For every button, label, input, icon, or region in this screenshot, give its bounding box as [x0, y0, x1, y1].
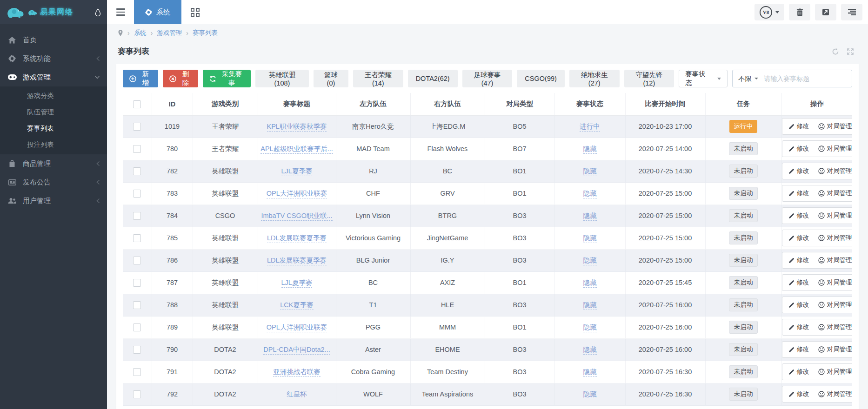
- filter-chip[interactable]: CSGO(99): [517, 70, 565, 87]
- sidebar-item-announcements[interactable]: 发布公告: [0, 173, 107, 191]
- match-title-link[interactable]: KPL职业联赛秋季赛: [267, 123, 327, 132]
- row-checkbox[interactable]: [133, 167, 141, 175]
- edit-button[interactable]: 修改: [788, 301, 809, 309]
- expand-panel-icon[interactable]: [847, 48, 854, 55]
- filter-chip[interactable]: DOTA2(62): [408, 70, 458, 87]
- edit-button[interactable]: 修改: [788, 211, 809, 220]
- search-scope-dropdown[interactable]: 不限: [733, 74, 764, 83]
- match-title-link[interactable]: LCK夏季赛: [280, 301, 314, 310]
- match-title-link[interactable]: 红星杯: [287, 390, 307, 399]
- match-manage-button[interactable]: 对局管理: [818, 390, 852, 398]
- match-manage-button[interactable]: 对局管理: [818, 256, 852, 264]
- edit-button[interactable]: 修改: [788, 345, 809, 354]
- row-checkbox[interactable]: [133, 323, 141, 331]
- match-title-link[interactable]: APL超级职业联赛季后...: [260, 145, 333, 154]
- match-manage-button[interactable]: 对局管理: [818, 167, 852, 175]
- match-title-link[interactable]: LJL夏季赛: [281, 167, 313, 176]
- edit-button[interactable]: 修改: [788, 368, 809, 376]
- edit-button[interactable]: 修改: [788, 390, 809, 398]
- filter-chip[interactable]: 王者荣耀(14): [353, 70, 403, 87]
- match-status-dropdown[interactable]: 赛事状态: [679, 70, 728, 87]
- edit-button[interactable]: 修改: [788, 145, 809, 153]
- row-checkbox[interactable]: [133, 368, 141, 376]
- user-menu-button[interactable]: V8: [754, 4, 784, 20]
- filter-chip[interactable]: 篮球(0): [314, 70, 348, 87]
- match-status-link[interactable]: 隐藏: [583, 212, 597, 221]
- sidebar-item-bet-list[interactable]: 投注列表: [0, 137, 107, 153]
- sidebar-item-match-list[interactable]: 赛事列表: [0, 120, 107, 137]
- match-manage-button[interactable]: 对局管理: [818, 278, 852, 287]
- match-status-link[interactable]: 隐藏: [583, 346, 597, 355]
- delete-button[interactable]: 删除: [163, 70, 198, 87]
- breadcrumb-link-match-list[interactable]: 赛事列表: [193, 29, 218, 37]
- row-checkbox[interactable]: [133, 212, 141, 220]
- match-title-link[interactable]: OPL大洋洲职业联赛: [267, 323, 327, 332]
- match-title-search-input[interactable]: [764, 75, 852, 82]
- refresh-panel-icon[interactable]: [832, 48, 839, 55]
- edit-button[interactable]: 修改: [788, 278, 809, 287]
- match-title-link[interactable]: LDL发展联赛夏季赛: [267, 234, 327, 243]
- open-external-button[interactable]: [815, 4, 836, 20]
- edit-button[interactable]: 修改: [788, 234, 809, 242]
- match-title-link[interactable]: LDL发展联赛夏季赛: [267, 257, 327, 265]
- match-title-link[interactable]: DPL-CDA中国Dota2...: [263, 346, 330, 355]
- sidebar-toggle-button[interactable]: [107, 0, 134, 24]
- row-checkbox[interactable]: [133, 123, 141, 131]
- row-checkbox[interactable]: [133, 279, 141, 287]
- match-title-link[interactable]: 亚洲挑战者联赛: [273, 368, 320, 377]
- match-status-link[interactable]: 隐藏: [583, 279, 597, 288]
- filter-chip[interactable]: 英雄联盟(108): [255, 70, 309, 87]
- breadcrumb-link-game-management[interactable]: 游戏管理: [157, 29, 182, 37]
- select-all-checkbox[interactable]: [133, 100, 141, 108]
- match-status-link[interactable]: 隐藏: [583, 234, 597, 243]
- match-status-link[interactable]: 隐藏: [583, 167, 597, 176]
- match-status-link[interactable]: 隐藏: [583, 190, 597, 198]
- add-button[interactable]: 新增: [123, 70, 158, 87]
- filter-chip[interactable]: 绝地求生(27): [569, 70, 620, 87]
- match-manage-button[interactable]: 对局管理: [818, 189, 852, 198]
- row-checkbox[interactable]: [133, 390, 141, 398]
- sidebar-item-team-management[interactable]: 队伍管理: [0, 104, 107, 120]
- row-checkbox[interactable]: [133, 346, 141, 354]
- collect-matches-button[interactable]: 采集赛事: [203, 70, 251, 87]
- edit-button[interactable]: 修改: [788, 167, 809, 175]
- sidebar-item-game-categories[interactable]: 游戏分类: [0, 88, 107, 104]
- breadcrumb-link-system[interactable]: 系统: [134, 29, 147, 37]
- tab-system[interactable]: 系统: [134, 0, 181, 24]
- match-title-link[interactable]: OPL大洋洲职业联赛: [267, 190, 327, 198]
- match-manage-button[interactable]: 对局管理: [818, 323, 852, 331]
- row-checkbox[interactable]: [133, 301, 141, 309]
- row-checkbox[interactable]: [133, 145, 141, 153]
- edit-button[interactable]: 修改: [788, 122, 809, 131]
- filter-chip[interactable]: 守望先锋(12): [624, 70, 674, 87]
- sidebar-item-user-management[interactable]: 用户管理: [0, 191, 107, 210]
- match-manage-button[interactable]: 对局管理: [818, 345, 852, 354]
- edit-button[interactable]: 修改: [788, 323, 809, 331]
- grid-menu-button[interactable]: [181, 0, 208, 24]
- match-manage-button[interactable]: 对局管理: [818, 122, 852, 131]
- match-status-link[interactable]: 隐藏: [583, 368, 597, 377]
- match-manage-button[interactable]: 对局管理: [818, 368, 852, 376]
- match-status-link[interactable]: 隐藏: [583, 145, 597, 154]
- sidebar-item-system-functions[interactable]: 系统功能: [0, 49, 107, 68]
- control-sidebar-button[interactable]: [841, 4, 862, 20]
- match-manage-button[interactable]: 对局管理: [818, 211, 852, 220]
- row-checkbox[interactable]: [133, 234, 141, 242]
- trash-button[interactable]: [789, 4, 810, 20]
- edit-button[interactable]: 修改: [788, 256, 809, 264]
- row-checkbox[interactable]: [133, 257, 141, 264]
- match-status-link[interactable]: 隐藏: [583, 390, 597, 399]
- match-title-link[interactable]: ImbaTV CSGO职业联...: [261, 212, 332, 221]
- edit-button[interactable]: 修改: [788, 189, 809, 198]
- match-status-link[interactable]: 隐藏: [583, 323, 597, 332]
- sidebar-item-game-management[interactable]: 游戏管理: [0, 68, 107, 86]
- match-manage-button[interactable]: 对局管理: [818, 234, 852, 242]
- match-status-link[interactable]: 隐藏: [583, 257, 597, 265]
- row-checkbox[interactable]: [133, 190, 141, 198]
- match-status-link[interactable]: 进行中: [580, 123, 600, 132]
- match-status-link[interactable]: 隐藏: [583, 301, 597, 310]
- match-manage-button[interactable]: 对局管理: [818, 145, 852, 153]
- brand-header[interactable]: 易果网络: [0, 0, 107, 24]
- sidebar-item-product-management[interactable]: 商品管理: [0, 154, 107, 173]
- match-title-link[interactable]: LJL夏季赛: [281, 279, 313, 288]
